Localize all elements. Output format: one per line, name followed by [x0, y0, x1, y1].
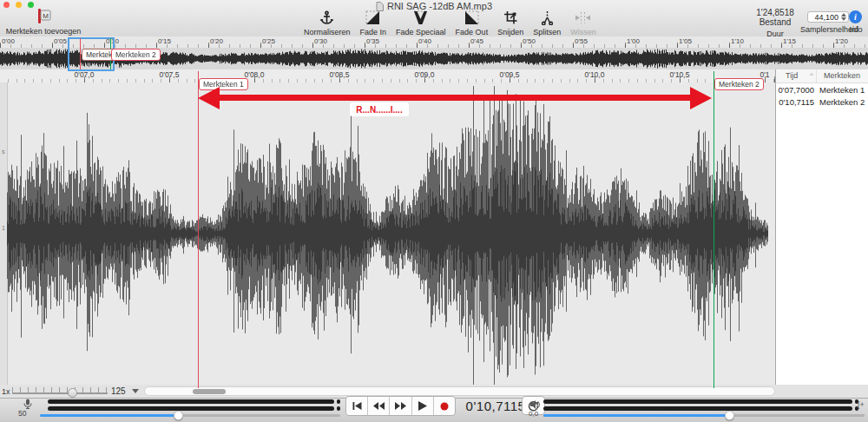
stepper-arrows-icon[interactable] — [841, 13, 846, 21]
erase-icon — [575, 10, 590, 25]
main-waveform-canvas[interactable] — [7, 82, 768, 385]
overview-ruler[interactable]: 0'000'050'100'150'200'250'300'350'400'45… — [0, 36, 868, 49]
output-level-value: 0,0 — [529, 410, 538, 418]
input-gain-value: 50 — [18, 409, 26, 418]
samplerate-stepper[interactable]: 44,100 — [807, 11, 849, 23]
marker2-label[interactable]: Merkteken 2 — [714, 78, 764, 90]
rewind-button[interactable] — [368, 397, 390, 415]
overview-ruler-label: 0'55 — [575, 37, 588, 45]
info-button[interactable]: i — [849, 10, 862, 23]
record-button[interactable] — [434, 397, 455, 415]
speed-label: 1x — [2, 387, 10, 396]
input-peak-dot — [337, 406, 340, 411]
marker-time: 0'07,7000 — [776, 85, 814, 95]
add-marker-label: Merkteken toevoegen — [6, 27, 82, 36]
zoom-slider[interactable] — [12, 392, 108, 394]
main-ruler-label: 0'07,5 — [160, 70, 180, 79]
channel-label: 1 — [2, 225, 5, 231]
overview-ruler-label: 1'20 — [835, 37, 848, 45]
toolbar-label: Fade Speciaal — [396, 28, 446, 36]
input-volume-knob[interactable] — [174, 411, 183, 420]
toolbar-label: Snijden — [497, 28, 523, 36]
overview-ruler-label: 0'05 — [54, 37, 67, 45]
audio-editor-window: RNI SAG -12dB AM.mp3 M Merkteken toevoeg… — [0, 0, 868, 422]
chevron-down-icon — [132, 389, 139, 393]
main-waveform-area[interactable]: s 1 — [0, 82, 775, 386]
col-marker-header[interactable]: Merkteken — [824, 71, 860, 80]
sort-asc-icon[interactable]: ^ — [810, 71, 813, 79]
info-icon: i — [854, 12, 857, 22]
selection-arrow — [217, 95, 693, 101]
normalize-button[interactable]: Normaliseren — [304, 10, 351, 36]
output-volume-fill — [543, 414, 730, 417]
overview-ruler-label: 0'40 — [418, 37, 431, 45]
toolbar-label: Splitsen — [533, 28, 561, 36]
overview-ruler-label: 1'10 — [731, 37, 744, 45]
marker-name: Merkteken 1 — [819, 85, 865, 95]
toolbar-label: Fade In — [360, 28, 387, 36]
zoom-level-select[interactable]: 125 — [111, 386, 139, 396]
markers-panel-header[interactable]: Tijd ^ Merkteken — [776, 69, 868, 83]
playhead-line[interactable] — [713, 71, 714, 388]
marker1-line[interactable] — [198, 71, 199, 388]
main-ruler-label: 0'09,5 — [500, 70, 520, 79]
input-peak-dot — [337, 399, 340, 404]
toolbar-label: Wissen — [570, 28, 596, 36]
fade-special-button[interactable]: Fade Speciaal — [396, 10, 446, 36]
samplerate-value: 44,100 — [814, 13, 838, 22]
go-to-start-button[interactable] — [346, 397, 368, 415]
main-ruler[interactable]: 0'07,00'07,50'08,00'08,50'09,00'09,50'10… — [0, 69, 775, 83]
annotation-label: R...N......I.... — [350, 102, 409, 116]
fade-in-button[interactable]: Fade In — [360, 10, 387, 36]
marker-time: 0'10,7115 — [776, 97, 814, 107]
overview-ruler-label: 0'15 — [158, 37, 171, 45]
clip-indicator: [+ — [858, 400, 865, 409]
fade-special-icon — [413, 10, 428, 25]
input-level-meter — [48, 399, 334, 404]
marker-flag-icon: M — [2, 8, 85, 24]
info-caption: Info — [845, 25, 866, 34]
transport-controls — [345, 396, 456, 416]
normalize-anchor-icon — [319, 10, 334, 25]
main-ruler-label: 0'07,0 — [75, 70, 95, 79]
duration-value: 1'24,8518 — [743, 8, 807, 17]
main-ruler-label: 0'08,0 — [245, 70, 265, 79]
file-label: Bestand — [743, 17, 807, 27]
fade-in-icon — [365, 10, 380, 25]
toolbar-label: Fade Out — [456, 28, 489, 36]
marker-row[interactable]: 0'07,7000Merkteken 1 — [776, 83, 868, 96]
fast-forward-button[interactable] — [390, 397, 411, 415]
overview-ruler-label: 0'45 — [470, 37, 483, 45]
overview-ruler-label: 0'30 — [314, 37, 327, 45]
overview-ruler-label: 0'35 — [366, 37, 379, 45]
play-button[interactable] — [412, 397, 434, 415]
main-ruler-label: 0'08,5 — [330, 70, 350, 79]
overview-marker2-label[interactable]: Merkteken 2 — [111, 49, 161, 61]
crop-button[interactable]: Snijden — [497, 10, 523, 36]
overview-ruler-label: 0'25 — [262, 37, 275, 45]
split-button[interactable]: Splitsen — [533, 10, 561, 36]
overview-ruler-label: 0'00 — [2, 37, 15, 45]
overview-ruler-label: 1'15 — [783, 37, 796, 45]
horizontal-scrollbar-thumb[interactable] — [193, 389, 226, 394]
input-level-meter — [48, 406, 334, 411]
column-divider[interactable] — [816, 69, 817, 82]
zoom-slider-knob[interactable] — [68, 388, 77, 398]
horizontal-scrollbar[interactable] — [144, 386, 775, 396]
output-volume-knob[interactable] — [725, 411, 734, 420]
marker-row[interactable]: 0'10,7115Merkteken 2 — [776, 96, 868, 108]
fade-out-button[interactable]: Fade Out — [456, 10, 489, 36]
output-level-meter — [543, 406, 852, 411]
channel-label: s — [2, 148, 5, 155]
zoom-level-value: 125 — [111, 386, 126, 396]
main-ruler-label: 0'09,0 — [415, 70, 435, 79]
speaker-icon — [530, 400, 540, 409]
titlebar: RNI SAG -12dB AM.mp3 M Merkteken toevoeg… — [0, 0, 868, 37]
add-marker-button[interactable]: M Merkteken toevoegen — [2, 8, 85, 36]
markers-panel: Tijd ^ Merkteken 0'07,7000Merkteken 10'1… — [775, 69, 868, 385]
output-level-meter — [543, 399, 852, 404]
fade-out-icon — [464, 10, 479, 25]
overview-ruler-label: 1'00 — [627, 37, 640, 45]
col-time-header[interactable]: Tijd — [786, 71, 798, 80]
selection-arrow-right-icon — [690, 87, 712, 109]
